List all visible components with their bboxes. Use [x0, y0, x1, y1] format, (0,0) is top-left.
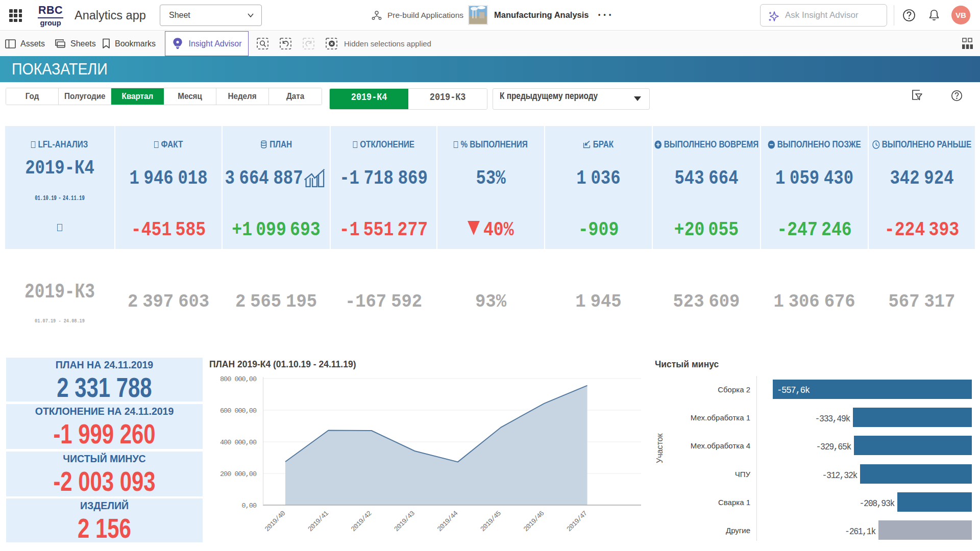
svg-text:2019/47: 2019/47 [566, 510, 589, 533]
svg-text:200 000,00: 200 000,00 [220, 470, 257, 478]
svg-text:400 000,00: 400 000,00 [220, 439, 257, 446]
svg-text:2019/42: 2019/42 [350, 510, 373, 533]
svg-text:2019/44: 2019/44 [436, 510, 459, 533]
svg-text:0,00: 0,00 [242, 502, 257, 510]
svg-text:2019/41: 2019/41 [307, 510, 330, 533]
svg-text:600 000,00: 600 000,00 [220, 407, 257, 415]
svg-text:2019/45: 2019/45 [479, 510, 503, 533]
svg-text:2019/40: 2019/40 [263, 510, 287, 533]
svg-text:2019/43: 2019/43 [393, 510, 416, 533]
svg-text:800 000,00: 800 000,00 [220, 375, 257, 383]
svg-text:2019/46: 2019/46 [522, 510, 546, 533]
